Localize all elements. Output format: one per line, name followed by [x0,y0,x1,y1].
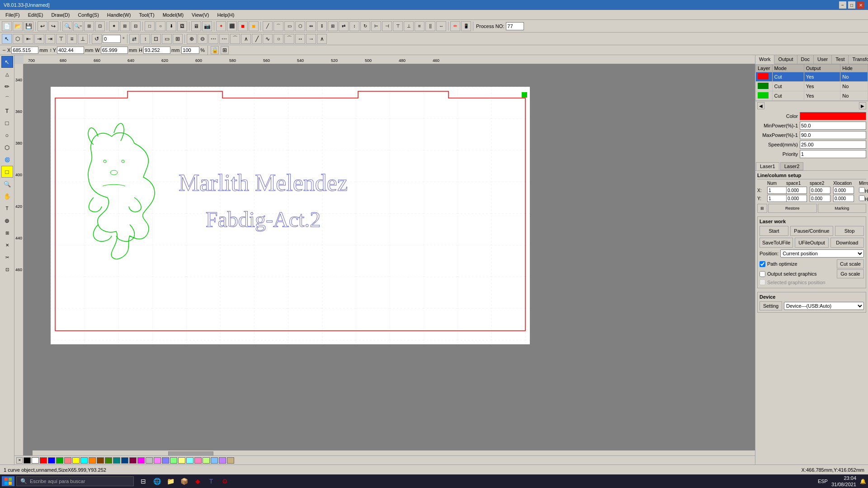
lcs-x-num[interactable] [767,187,788,194]
zoom-sel-button[interactable]: ⊡ [95,21,105,31]
rotate-input[interactable] [103,35,121,43]
output-sel-check[interactable] [760,271,765,277]
select-tool-btn[interactable]: ↖ [1,56,13,68]
pal-teal[interactable] [113,457,120,464]
rotate-reset[interactable]: ↺ [92,34,102,44]
node-smooth[interactable]: ⌒ [230,34,240,44]
taskbar-app1[interactable]: ◆ [192,475,203,487]
draw-align-right[interactable]: ⊣ [382,21,392,31]
node-join[interactable]: ⋯ [219,34,229,44]
t-align-bot[interactable]: ⊥ [78,34,88,44]
pal-tan[interactable] [227,457,234,464]
tool-circle[interactable]: ○ [156,21,165,31]
transform-btn[interactable]: ⊕ [1,215,13,226]
minpower-input[interactable] [800,122,866,130]
pal-brown[interactable] [97,457,104,464]
line-sharp[interactable]: ∧ [317,34,327,44]
menu-tool[interactable]: Tool(T) [135,11,158,19]
pal-lightred[interactable] [64,457,71,464]
pal-red[interactable] [40,457,47,464]
lcs-restore-btn[interactable]: Restore [768,204,817,213]
measure-btn[interactable]: T [1,202,13,214]
width-input[interactable] [101,47,128,54]
node-line[interactable]: ╱ [252,34,262,44]
lcs-y-h-check[interactable] [859,195,865,201]
zoom-out-button[interactable]: 🔍− [73,21,83,31]
flip-v-btn[interactable]: ↕ [140,34,150,44]
tab-output[interactable]: Output [774,55,797,64]
ufile-output-button[interactable]: UFileOutput [795,238,828,248]
search-box[interactable]: 🔍 Escribe aquí para buscar [16,476,134,486]
download-button[interactable]: Download [830,238,864,248]
pal-lightyellow[interactable] [178,457,185,464]
canvas-area[interactable]: Marlith Melendez Fabdig-Act.2 [24,64,755,465]
pal-silver[interactable] [146,457,153,464]
lcs-x-xloc[interactable] [833,187,854,194]
draw-distribute[interactable]: ⊞ [328,21,338,31]
node-edit-btn[interactable]: △ [1,68,13,80]
laser-red3[interactable]: ◼ [249,21,259,31]
draw-align-bottom[interactable]: ⊥ [404,21,414,31]
lcs-preview-btn[interactable]: ⊞ [757,204,767,213]
draw-align-left[interactable]: ⊢ [371,21,381,31]
align-sel-btn[interactable]: ⊞ [173,34,183,44]
tool-eraser[interactable]: 📱 [461,21,471,31]
pal-black[interactable] [24,457,31,464]
lcs-y-xloc[interactable] [833,195,854,202]
pal-periwinkle[interactable] [162,457,169,464]
pal-green[interactable] [56,457,63,464]
laser-red2[interactable]: ◼ [238,21,248,31]
layer-row-2[interactable]: Cut Yes No [756,91,868,101]
zoom-input[interactable] [181,47,199,54]
lcs-marking-btn[interactable]: Marking [818,204,867,213]
draw-pencil-btn[interactable]: ✏ [1,80,13,92]
select-all-button[interactable]: ✦ [109,21,119,31]
minimize-button[interactable]: − [839,1,846,9]
menu-file[interactable]: File(F) [2,11,24,19]
draw-spread[interactable]: ↔ [436,21,446,31]
tool-import[interactable]: ⬇ [166,21,176,31]
lock-ratio-btn[interactable]: 🔒 [211,46,219,54]
layer-row-1[interactable]: Cut Yes No [756,82,868,91]
pal-white[interactable] [32,457,39,464]
draw-align-top[interactable]: ⊤ [393,21,403,31]
draw-polygon-btn[interactable]: ⬡ [1,141,13,153]
notification-icon[interactable]: 🔔 [860,479,866,484]
pal-skyblue[interactable] [211,457,218,464]
tool-bitmap[interactable]: 🖼 [177,21,187,31]
line-extend[interactable]: ↔ [295,34,305,44]
align-page-btn[interactable]: ▭ [162,34,172,44]
menu-config[interactable]: Config(S) [74,11,102,19]
lcs-x-space1[interactable] [786,187,807,194]
draw-node[interactable]: ⬡ [295,21,305,31]
taskbar-teams[interactable]: T [205,475,217,487]
scale-uniform-btn[interactable]: ⊡ [151,34,161,44]
device-setting-button[interactable]: Setting [760,301,782,310]
tool-pen[interactable]: ✏ [450,21,460,31]
t-align-mid[interactable]: ≡ [67,34,77,44]
pal-hotpink[interactable] [194,457,202,464]
draw-ellipse-btn[interactable]: ○ [1,129,13,141]
taskbar-task-view[interactable]: ⊟ [137,475,149,487]
draw-rect-btn[interactable]: □ [1,117,13,129]
zoom-tool-btn[interactable]: 🔍 [1,178,13,190]
draw-rotate[interactable]: ↻ [360,21,370,31]
pal-lightcyan[interactable] [186,457,193,464]
new-button[interactable]: 📄 [2,21,12,31]
node-curve[interactable]: ∿ [263,34,273,44]
node-corner[interactable]: ∧ [241,34,251,44]
pal-chartreuse[interactable] [203,457,210,464]
lcs-y-space2[interactable] [810,195,830,202]
text-align-c[interactable]: ⇥ [34,34,44,44]
menu-model[interactable]: Model(M) [159,11,187,19]
node-tool[interactable]: ⬡ [13,34,23,44]
start-button[interactable]: Start [760,226,788,236]
edit-btn[interactable]: ✕ [1,239,13,251]
pal-magenta[interactable] [137,457,145,464]
tab-doc[interactable]: Doc [797,55,814,64]
color-swatch-red[interactable] [800,112,866,120]
grid-btn[interactable]: ⊞ [221,46,229,54]
draw-square[interactable]: ▭ [284,21,294,31]
position-select[interactable]: Current position Absolute origin Machine… [780,249,864,258]
y-input[interactable] [57,47,84,54]
